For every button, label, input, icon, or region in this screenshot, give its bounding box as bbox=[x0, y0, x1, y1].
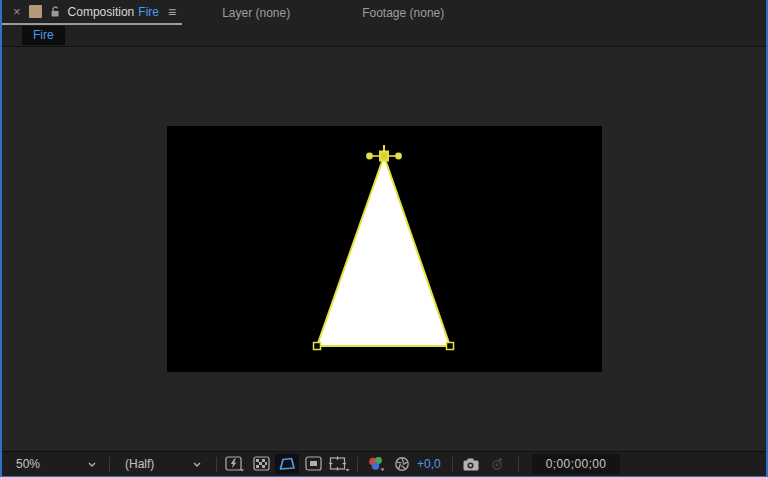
composition-viewport[interactable] bbox=[167, 126, 602, 372]
shape-svg bbox=[167, 126, 602, 372]
region-of-interest-icon[interactable] bbox=[301, 454, 325, 474]
channel-settings-icon[interactable] bbox=[364, 454, 388, 474]
divider bbox=[216, 457, 217, 472]
magnification-value: 50% bbox=[16, 457, 40, 471]
unlock-icon[interactable] bbox=[49, 5, 61, 18]
viewer-tab-fire[interactable]: Fire bbox=[22, 26, 65, 45]
resolution-value: (Half) bbox=[125, 457, 154, 471]
magnification-dropdown[interactable]: 50% bbox=[10, 457, 104, 471]
show-snapshot-icon[interactable] bbox=[485, 454, 509, 474]
composition-panel: × CompositionFire ≡ Layer (none) Footage… bbox=[0, 0, 768, 477]
tab-layer[interactable]: Layer (none) bbox=[214, 0, 298, 25]
chevron-down-icon bbox=[88, 462, 96, 467]
divider bbox=[357, 457, 358, 472]
bezier-handle-right bbox=[395, 153, 402, 160]
snapshot-camera-icon[interactable] bbox=[459, 454, 483, 474]
tab-composition-label: CompositionFire bbox=[68, 5, 159, 19]
vertex-handle-corner[interactable] bbox=[313, 343, 320, 350]
chevron-down-icon bbox=[193, 462, 201, 467]
resolution-dropdown[interactable]: (Half) bbox=[115, 457, 211, 471]
composition-title: Composition bbox=[68, 5, 135, 19]
vertex-handle-corner[interactable] bbox=[446, 343, 453, 350]
divider bbox=[109, 457, 110, 472]
mask-visibility-icon[interactable] bbox=[275, 454, 299, 474]
panel-tabbar: × CompositionFire ≡ Layer (none) Footage… bbox=[2, 0, 766, 25]
vertex-handle-top[interactable] bbox=[366, 145, 402, 162]
timecode-display[interactable]: 0;00;00;00 bbox=[532, 454, 621, 474]
reset-exposure-icon[interactable] bbox=[390, 454, 414, 474]
close-icon[interactable]: × bbox=[12, 5, 22, 18]
viewer-toolbar: 50% (Half) bbox=[2, 451, 766, 476]
divider bbox=[518, 457, 519, 472]
fast-previews-icon[interactable] bbox=[223, 454, 247, 474]
composition-name: Fire bbox=[138, 5, 159, 19]
viewer-area bbox=[2, 47, 766, 451]
bezier-handle-left bbox=[366, 153, 373, 160]
tab-composition[interactable]: × CompositionFire ≡ bbox=[2, 0, 182, 25]
exposure-value[interactable]: +0,0 bbox=[417, 457, 441, 471]
divider bbox=[452, 457, 453, 472]
shape-path[interactable] bbox=[317, 156, 450, 346]
panel-color-swatch bbox=[29, 5, 42, 18]
tab-footage[interactable]: Footage (none) bbox=[354, 0, 452, 25]
panel-menu-icon[interactable]: ≡ bbox=[168, 4, 176, 20]
grid-guides-icon[interactable] bbox=[327, 454, 351, 474]
viewer-tab-row: Fire bbox=[2, 25, 766, 47]
transparency-grid-icon[interactable] bbox=[249, 454, 273, 474]
